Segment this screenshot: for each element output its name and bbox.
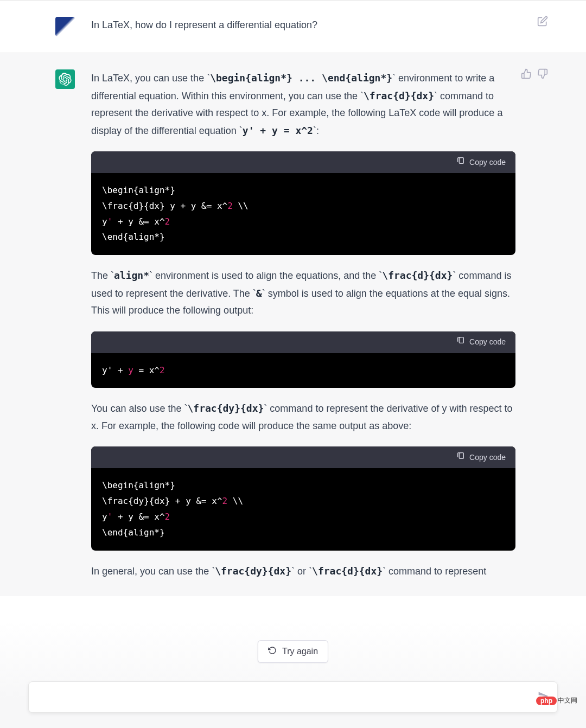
assistant-paragraph: The `align*` environment is used to alig… bbox=[91, 267, 515, 320]
clipboard-icon bbox=[456, 156, 465, 169]
clipboard-icon bbox=[456, 335, 465, 349]
copy-code-label: Copy code bbox=[469, 451, 506, 464]
svg-rect-1 bbox=[459, 337, 463, 343]
inline-code: \begin{align*} ... \end{align*} bbox=[210, 72, 392, 84]
try-again-label: Try again bbox=[282, 647, 318, 656]
refresh-icon bbox=[268, 646, 277, 657]
code-content: \begin{align*} \frac{dy}{dx} + y &= x^2 … bbox=[91, 468, 515, 550]
watermark-text: 中文网 bbox=[558, 696, 577, 705]
assistant-paragraph: In LaTeX, you can use the `\begin{align*… bbox=[91, 69, 515, 139]
user-message-actions bbox=[537, 16, 548, 27]
inline-code: \frac{dy}{dx} bbox=[215, 565, 291, 577]
thumbs-down-icon[interactable] bbox=[537, 68, 548, 79]
inline-code: \frac{d}{dx} bbox=[364, 90, 434, 101]
copy-code-label: Copy code bbox=[469, 156, 506, 169]
watermark: php 中文网 bbox=[536, 696, 577, 705]
chat-input[interactable] bbox=[40, 692, 530, 702]
assistant-paragraph: In general, you can use the `\frac{dy}{d… bbox=[91, 563, 515, 580]
code-content: y' + y = x^2 bbox=[91, 353, 515, 388]
code-block: Copy code \begin{align*} \frac{dy}{dx} +… bbox=[91, 446, 515, 550]
user-message-text: In LaTeX, how do I represent a different… bbox=[91, 17, 548, 36]
assistant-message-block: In LaTeX, you can use the `\begin{align*… bbox=[0, 53, 586, 596]
inline-code: \frac{d}{dx} bbox=[312, 565, 383, 577]
assistant-paragraph: You can also use the `\frac{dy}{dx}` com… bbox=[91, 400, 515, 435]
user-message-block: In LaTeX, how do I represent a different… bbox=[0, 0, 586, 53]
inline-code: & bbox=[256, 288, 262, 299]
copy-code-button[interactable]: Copy code bbox=[91, 446, 515, 468]
inline-code: align* bbox=[114, 270, 149, 281]
edit-icon[interactable] bbox=[537, 16, 548, 27]
code-block: Copy code y' + y = x^2 bbox=[91, 331, 515, 388]
try-again-button[interactable]: Try again bbox=[258, 640, 328, 663]
thumbs-up-icon[interactable] bbox=[521, 68, 532, 79]
chat-input-container[interactable] bbox=[28, 681, 558, 713]
code-block: Copy code \begin{align*} \frac{d}{dx} y … bbox=[91, 151, 515, 255]
assistant-message-actions bbox=[521, 68, 548, 79]
copy-code-label: Copy code bbox=[469, 335, 506, 349]
inline-code: y' + y = x^2 bbox=[243, 125, 313, 136]
svg-rect-2 bbox=[459, 453, 463, 459]
inline-code: \frac{d}{dx} bbox=[382, 270, 453, 281]
user-message-row: In LaTeX, how do I represent a different… bbox=[27, 1, 559, 53]
svg-rect-0 bbox=[459, 157, 463, 163]
assistant-avatar bbox=[55, 69, 75, 89]
copy-code-button[interactable]: Copy code bbox=[91, 331, 515, 353]
watermark-pill: php bbox=[536, 697, 557, 705]
inline-code: \frac{dy}{dx} bbox=[187, 403, 264, 414]
clipboard-icon bbox=[456, 451, 465, 464]
copy-code-button[interactable]: Copy code bbox=[91, 151, 515, 173]
user-avatar bbox=[55, 17, 75, 36]
assistant-message-content: In LaTeX, you can use the `\begin{align*… bbox=[91, 69, 548, 580]
code-content: \begin{align*} \frac{d}{dx} y + y &= x^2… bbox=[91, 173, 515, 255]
assistant-message-row: In LaTeX, you can use the `\begin{align*… bbox=[27, 53, 559, 596]
